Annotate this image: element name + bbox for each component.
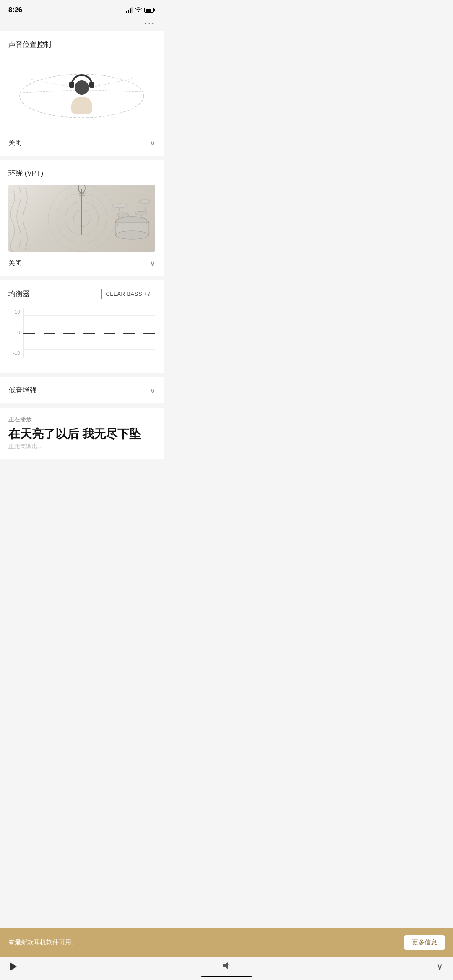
more-options-button[interactable]: ··· (144, 18, 155, 28)
bass-boost-chevron-icon[interactable]: ∨ (150, 386, 155, 395)
signal-icon (126, 7, 133, 13)
eq-header: 均衡器 CLEAR BASS +7 (8, 289, 155, 299)
eq-bar-2[interactable] (44, 333, 55, 334)
vpt-chevron-icon[interactable]: ∨ (150, 259, 155, 268)
sound-position-title: 声音位置控制 (8, 40, 155, 49)
top-menu[interactable]: ··· (0, 17, 164, 31)
bass-boost-section[interactable]: 低音增强 ∨ (0, 377, 164, 403)
sound-position-dropdown[interactable]: 关闭 ∨ (8, 137, 155, 147)
eq-bar-1[interactable] (23, 333, 35, 334)
now-playing-title: 在天亮了以后 我无尽下坠 (8, 427, 155, 441)
wifi-icon (135, 7, 142, 13)
vpt-title: 环绕 (VPT) (8, 168, 155, 178)
battery-icon (144, 8, 155, 13)
eq-graph[interactable] (23, 308, 155, 358)
svg-point-22 (135, 211, 147, 215)
status-icons (126, 7, 156, 13)
svg-point-16 (115, 231, 149, 239)
vpt-dropdown[interactable]: 关闭 ∨ (8, 257, 155, 268)
sound-position-visual (8, 56, 155, 132)
person-figure (71, 74, 93, 114)
sound-position-section: 声音位置控制 (0, 31, 164, 156)
eq-bar-4[interactable] (83, 333, 95, 334)
vpt-section: 环绕 (VPT) (0, 160, 164, 276)
chevron-down-icon[interactable]: ∨ (150, 138, 155, 147)
ellipse-container (19, 67, 145, 121)
eq-bar-5[interactable] (104, 333, 115, 334)
status-bar: 8:26 (0, 0, 164, 17)
eq-chart: +10 0 -10 (8, 308, 155, 358)
now-playing-label: 正在播放 (8, 416, 155, 424)
sound-position-value: 关闭 (8, 139, 22, 147)
eq-bar-6[interactable] (123, 333, 135, 334)
eq-label-top: +10 (8, 309, 20, 315)
bass-boost-label: 低音增强 (8, 385, 37, 395)
eq-bars-row[interactable] (23, 333, 155, 334)
vpt-value: 关闭 (8, 259, 22, 268)
svg-point-17 (112, 204, 127, 208)
eq-bar-7[interactable] (143, 333, 155, 334)
vpt-visual (8, 185, 155, 252)
eq-bar-3[interactable] (63, 333, 75, 334)
eq-label-bottom: -10 (8, 350, 20, 356)
svg-point-21 (117, 213, 129, 217)
equalizer-section: 均衡器 CLEAR BASS +7 +10 0 -10 (0, 280, 164, 373)
eq-title: 均衡器 (8, 289, 30, 299)
clear-bass-badge[interactable]: CLEAR BASS +7 (101, 289, 155, 299)
eq-label-mid: 0 (8, 330, 20, 336)
status-time: 8:26 (8, 6, 22, 14)
now-playing-subtitle: 正距离调出... (8, 443, 155, 450)
now-playing-section: 正在播放 在天亮了以后 我无尽下坠 正距离调出... (0, 408, 164, 459)
svg-point-18 (138, 200, 151, 203)
eq-y-labels: +10 0 -10 (8, 308, 20, 358)
